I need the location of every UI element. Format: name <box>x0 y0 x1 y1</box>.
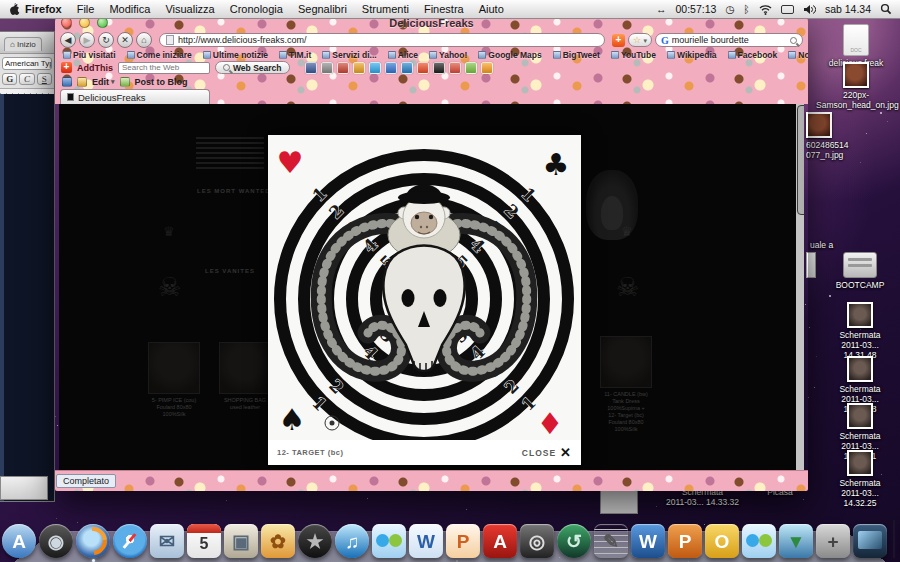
back-button[interactable]: ◀ <box>60 32 76 48</box>
desktop-icon[interactable]: Schermata 2011-03... 14.32.25 <box>826 450 894 508</box>
web-search-button[interactable]: Web Search <box>215 61 290 74</box>
product-thumbnail[interactable] <box>148 342 200 394</box>
adobe-reader-icon[interactable]: A <box>483 524 517 558</box>
textedit-background-window[interactable]: ⌂ Inizio American Typ G C S <box>0 31 55 502</box>
underline-button[interactable]: S <box>37 73 52 85</box>
stumbleupon-icon[interactable] <box>417 62 429 74</box>
desktop-icon[interactable]: 220px- Samson_head_on.jpg <box>816 62 896 110</box>
url-input[interactable] <box>178 35 598 45</box>
app-store-icon[interactable]: A <box>2 524 36 558</box>
bluetooth-icon[interactable]: ᛒ <box>744 3 750 15</box>
iphoto-icon[interactable]: ✿ <box>261 524 295 558</box>
live-icon[interactable] <box>465 62 477 74</box>
mail-icon[interactable]: ✉ <box>150 524 184 558</box>
product-item[interactable]: 5- PIMP ICE (cou) Foulard 80x80 100%Silk <box>143 342 205 418</box>
bookmark-item[interactable]: YouTube <box>611 50 656 60</box>
tab-deliciousfreaks[interactable]: DeliciousFreaks <box>60 89 210 104</box>
messenger-2-icon[interactable] <box>742 524 776 558</box>
product-item[interactable]: SHOPPING BAG used leather <box>214 342 276 411</box>
email-icon[interactable] <box>337 62 349 74</box>
bookmark-item[interactable]: Facebook <box>728 50 778 60</box>
firefox-icon[interactable] <box>76 524 110 558</box>
bookmark-item[interactable]: Notizie <box>788 50 808 60</box>
delicious-icon[interactable] <box>385 62 397 74</box>
forward-button[interactable]: ▶ <box>79 32 95 48</box>
outlook-icon[interactable]: O <box>705 524 739 558</box>
search-magnifier-icon[interactable] <box>790 37 797 44</box>
messenger-icon[interactable] <box>372 524 406 558</box>
desktop-icon[interactable]: Schermata 2011-03... 14.31.48 <box>826 302 894 360</box>
bookmark-item[interactable]: BigTweet <box>553 50 600 60</box>
reload-button[interactable]: ↻ <box>98 32 114 48</box>
font-family-select[interactable]: American Typ <box>2 57 52 70</box>
bookmark-item[interactable]: TIM.it <box>279 50 311 60</box>
scrollbar-thumb[interactable] <box>797 105 804 215</box>
toast-icon[interactable]: ◎ <box>520 524 554 558</box>
time-machine-icon[interactable]: ↺ <box>557 524 591 558</box>
more-icon[interactable] <box>481 62 493 74</box>
italic-button[interactable]: C <box>19 73 34 85</box>
textedit-icon[interactable]: ✎ <box>594 524 628 558</box>
web-search-input[interactable] <box>118 62 210 74</box>
spotlight-icon[interactable] <box>880 3 892 15</box>
desktop-icon[interactable]: 602486514 077_n.jpg <box>806 112 874 160</box>
menu-clock[interactable]: sab 14.34 <box>825 3 871 15</box>
powerpoint-2008-icon[interactable]: P <box>446 524 480 558</box>
stop-button[interactable]: ✕ <box>117 32 133 48</box>
product-thumbnail[interactable] <box>219 342 271 394</box>
search-bar[interactable]: G <box>655 33 803 47</box>
safari-icon[interactable] <box>113 524 147 558</box>
edit-button[interactable]: Edit ▾ <box>92 77 115 87</box>
dashboard-icon[interactable]: ◉ <box>39 524 73 558</box>
download-globe-icon[interactable]: ▼ <box>779 524 813 558</box>
lightbox-close-button[interactable]: CLOSE ✕ <box>522 448 572 458</box>
bold-button[interactable]: G <box>2 73 17 85</box>
word-2008-icon[interactable]: W <box>409 524 443 558</box>
print-icon[interactable] <box>321 62 333 74</box>
menu-file[interactable]: File <box>77 3 95 15</box>
post-to-blog-button[interactable]: Post to Blog <box>135 77 188 87</box>
addthis-plus-button[interactable]: + <box>612 34 625 47</box>
bookmark-item[interactable]: Ultime notizie <box>203 50 268 60</box>
menu-visualizza[interactable]: Visualizza <box>165 3 214 15</box>
product-item[interactable]: 11- CANDLE (bw) Tank Dress 100%Supima + … <box>595 336 657 433</box>
bookmark-item[interactable]: Yahoo! <box>429 50 467 60</box>
home-button[interactable]: ⌂ <box>136 32 152 48</box>
sync-arrows-icon[interactable]: ↔ <box>656 3 667 15</box>
favorites-icon[interactable] <box>353 62 365 74</box>
displays-menu-icon[interactable] <box>781 5 794 14</box>
photo-booth-icon[interactable]: ▣ <box>224 524 258 558</box>
bookmark-item[interactable]: Più visitati <box>63 50 116 60</box>
volume-icon[interactable] <box>803 4 816 15</box>
wifi-icon[interactable] <box>759 4 772 15</box>
powerpoint-2011-icon[interactable]: P <box>668 524 702 558</box>
google-icon[interactable] <box>449 62 461 74</box>
myspace-icon[interactable] <box>433 62 445 74</box>
desktop-icon[interactable]: BOOTCAMP <box>830 252 890 290</box>
addthis-icon[interactable]: + <box>61 62 72 73</box>
textedit-tab[interactable]: ⌂ Inizio <box>4 37 42 51</box>
itunes-icon[interactable]: ♫ <box>335 524 369 558</box>
menu-segnalibri[interactable]: Segnalibri <box>298 3 347 15</box>
digg-icon[interactable] <box>401 62 413 74</box>
scribefire-icon[interactable] <box>62 77 72 87</box>
bookmark-item[interactable]: Servizi di... <box>322 50 376 60</box>
bookmark-item[interactable]: Google Maps <box>478 50 541 60</box>
satellite-icon[interactable]: + <box>816 524 850 558</box>
search-input[interactable] <box>672 35 787 45</box>
remote-desktop-icon[interactable] <box>853 524 887 558</box>
edit-icon[interactable] <box>77 77 87 87</box>
word-2011-icon[interactable]: W <box>631 524 665 558</box>
menu-aiuto[interactable]: Aiuto <box>479 3 504 15</box>
page-scrollbar[interactable] <box>796 104 804 470</box>
time-machine-menu-icon[interactable]: ◷ <box>725 3 734 15</box>
url-bar[interactable] <box>159 33 605 47</box>
menu-cronologia[interactable]: Cronologia <box>230 3 283 15</box>
bookmark-item[interactable]: Wikipedia <box>667 50 717 60</box>
bookmark-star-button[interactable]: ☆ ▾ <box>628 33 652 47</box>
menu-strumenti[interactable]: Strumenti <box>362 3 409 15</box>
imovie-icon[interactable]: ★ <box>298 524 332 558</box>
product-thumbnail[interactable] <box>600 336 652 388</box>
blog-icon[interactable] <box>120 77 130 87</box>
twitter-icon[interactable] <box>369 62 381 74</box>
